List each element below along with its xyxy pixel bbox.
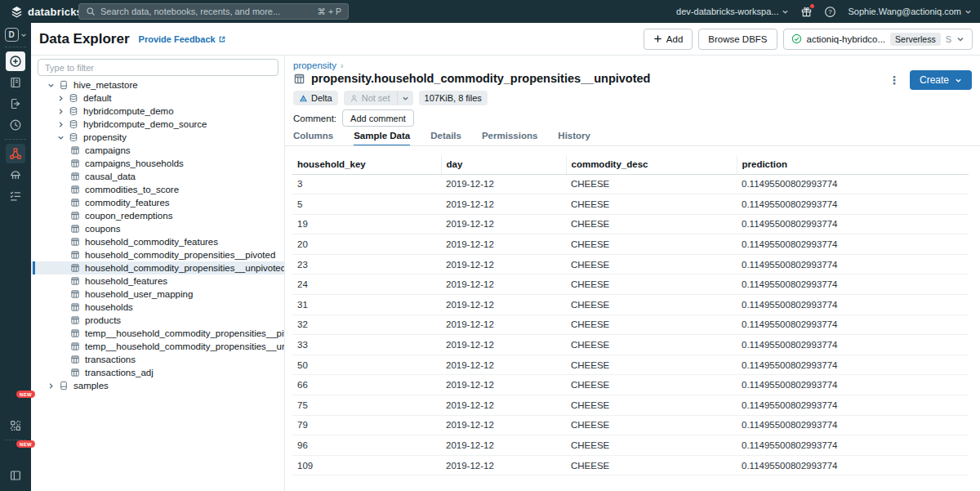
table-cell: CHEESE (566, 194, 737, 215)
external-link-icon (218, 35, 226, 43)
tree-item-commodities_to_score[interactable]: commodities_to_score (31, 183, 285, 196)
tree-item-products[interactable]: products (31, 314, 285, 327)
tree-item-hive_metastore[interactable]: hive_metastore (31, 78, 285, 92)
table-cell: CHEESE (566, 234, 737, 255)
table-cell: CHEESE (566, 335, 737, 355)
cluster-selector[interactable]: actioniq-hybridco... Serverless S (783, 29, 973, 50)
table-cell: 2019-12-12 (441, 295, 566, 315)
panel-toggle[interactable] (6, 466, 25, 485)
table-cell: 0.11495500802993774 (737, 254, 969, 275)
page-header: Data Explorer Provide Feedback Add Brows… (31, 23, 980, 56)
tree-item-transactions[interactable]: transactions (31, 353, 285, 366)
table-body: 32019-12-12CHEESE0.114955008029937745201… (292, 174, 969, 475)
global-search-input[interactable]: Search data, notebooks, recents, and mor… (78, 3, 349, 20)
feedback-label: Provide Feedback (139, 34, 216, 44)
table-cell: 2019-12-12 (441, 275, 566, 295)
help-icon: ? (824, 6, 836, 18)
tree-item-commodity_features[interactable]: commodity_features (31, 196, 285, 209)
tree-item-coupons[interactable]: coupons (31, 222, 285, 235)
persona-switcher[interactable]: D (5, 28, 27, 42)
workspace-nav[interactable] (6, 73, 25, 92)
tab-permissions[interactable]: Permissions (482, 131, 537, 145)
tree-item-campaigns[interactable]: campaigns (31, 144, 285, 157)
chevron-right-icon[interactable] (57, 95, 65, 102)
whats-new-button[interactable] (800, 6, 813, 18)
tree-item-household_commodity_features[interactable]: household_commodity_features (31, 235, 285, 248)
tree-item-household_commodity_propensities__unpivoted[interactable]: household_commodity_propensities__unpivo… (31, 261, 285, 275)
table-cell: 2019-12-12 (441, 174, 566, 194)
databricks-logo[interactable]: databricks (0, 6, 78, 18)
tree-item-household_user_mapping[interactable]: household_user_mapping (31, 288, 285, 301)
check-circle-icon (791, 33, 802, 44)
table-row: 962019-12-12CHEESE0.11495500802993774 (292, 435, 969, 456)
add-comment-button[interactable]: Add comment (342, 109, 414, 127)
tree-item-hybridcompute_demo_source[interactable]: hybridcompute_demo_source (31, 118, 285, 131)
create-button[interactable]: Create (910, 70, 972, 90)
table-icon (70, 211, 80, 221)
owner-badge[interactable]: Not set (344, 91, 413, 105)
size-badge-label: 107KiB, 8 files (425, 93, 482, 103)
tree-item-household_commodity_propensities__pivoted[interactable]: household_commodity_propensities__pivote… (31, 248, 285, 261)
tab-history[interactable]: History (558, 131, 590, 145)
table-cell: 23 (292, 254, 441, 275)
table-icon (70, 237, 80, 247)
table-cell: 0.11495500802993774 (737, 435, 969, 456)
chevron-down-icon[interactable] (47, 82, 55, 89)
tree-item-temp__household_commodity_propensities__pivoted[interactable]: temp__household_commodity_propensities__… (31, 327, 285, 340)
tree-item-campaigns_households[interactable]: campaigns_households (31, 157, 285, 170)
tab-columns[interactable]: Columns (293, 131, 333, 145)
chevron-right-icon[interactable] (57, 108, 65, 115)
chevron-right-icon[interactable] (57, 121, 65, 128)
add-label: Add (666, 34, 683, 44)
serving-nav[interactable]: NEW (6, 444, 25, 464)
repos-nav[interactable] (6, 94, 25, 114)
compute-nav[interactable] (6, 165, 25, 185)
tree-item-temp__household_commodity_propensities__unpivoted[interactable]: temp__household_commodity_propensities__… (31, 340, 285, 353)
add-button[interactable]: Add (644, 29, 693, 50)
tree-item-transactions_adj[interactable]: transactions_adj (31, 366, 285, 379)
table-cell: 2019-12-12 (441, 335, 566, 355)
chevron-right-icon[interactable] (47, 382, 55, 390)
provide-feedback-link[interactable]: Provide Feedback (139, 34, 226, 44)
tree-filter-input[interactable] (38, 59, 278, 76)
breadcrumb: propensity › (293, 60, 343, 70)
tree-item-label: household_commodity_propensities__pivote… (85, 250, 275, 260)
workflows-nav[interactable] (6, 186, 25, 206)
marketplace-nav[interactable]: NEW (6, 395, 25, 414)
tree-item-households[interactable]: households (31, 301, 285, 314)
table-cell: 0.11495500802993774 (737, 214, 969, 234)
data-nav[interactable] (6, 144, 25, 163)
workspace-switcher[interactable]: dev-databricks-workspa... (676, 7, 789, 16)
tree-item-propensity[interactable]: propensity (31, 131, 285, 144)
table-icon (70, 250, 80, 260)
tree-item-label: transactions_adj (85, 368, 154, 377)
tree-item-household_features[interactable]: household_features (31, 275, 285, 288)
table-cell: 0.11495500802993774 (737, 194, 969, 215)
tree-item-label: causal_data (85, 172, 136, 181)
table-cell: 0.11495500802993774 (737, 315, 969, 335)
tree-item-default[interactable]: default (31, 92, 285, 105)
partner-connect-nav[interactable] (6, 416, 25, 435)
tab-sample-data[interactable]: Sample Data (354, 131, 410, 145)
tree-item-samples[interactable]: samples (31, 379, 285, 392)
tab-details[interactable]: Details (430, 131, 461, 145)
user-menu[interactable]: Sophie.Wang@actioniq.com (848, 7, 972, 16)
table-icon (70, 158, 80, 168)
chevron-down-icon[interactable] (57, 134, 65, 141)
kebab-menu-icon[interactable]: ⋮ (889, 74, 900, 86)
cluster-name: actioniq-hybridco... (807, 34, 886, 44)
table-icon (70, 172, 80, 181)
comment-label: Comment: (293, 114, 336, 123)
recents-nav[interactable] (6, 115, 25, 135)
tree-item-label: propensity (83, 132, 127, 142)
table-row: 792019-12-12CHEESE0.11495500802993774 (292, 415, 969, 435)
browse-dbfs-button[interactable]: Browse DBFS (698, 29, 777, 50)
help-button[interactable]: ? (824, 6, 836, 18)
tree-item-coupon_redemptions[interactable]: coupon_redemptions (31, 209, 285, 222)
breadcrumb-schema-link[interactable]: propensity (293, 60, 336, 70)
tree-item-hybridcompute_demo[interactable]: hybridcompute_demo (31, 105, 285, 118)
tree-item-causal_data[interactable]: causal_data (31, 170, 285, 183)
table-cell: CHEESE (566, 355, 737, 375)
tree-item-label: commodities_to_score (85, 185, 179, 194)
new-button[interactable] (6, 51, 25, 71)
